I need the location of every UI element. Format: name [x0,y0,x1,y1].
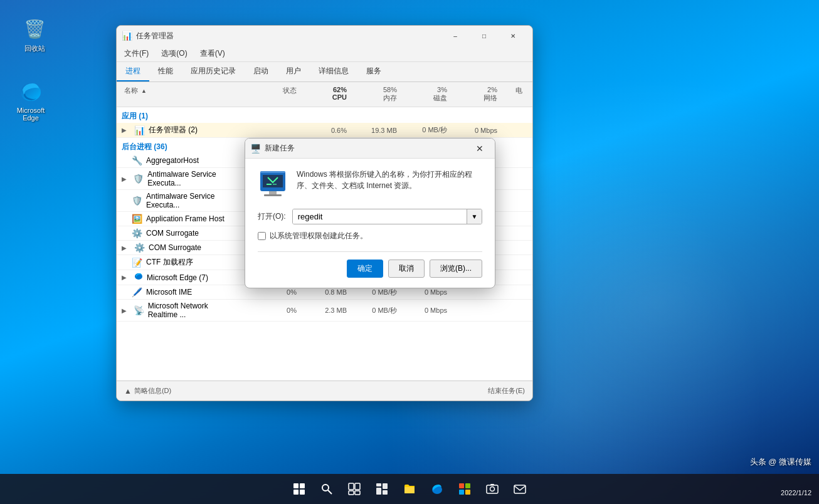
dialog-info-text: Windows 将根据你所键入的名称，为你打开相应的程序、文件夹、文档或 Int… [297,169,482,199]
svg-rect-3 [260,171,285,173]
dialog-title-icon: 🖥️ [250,144,261,154]
dialog-app-icon [258,169,288,199]
dropdown-button[interactable]: ▼ [467,209,482,224]
open-label: 打开(O): [258,211,286,222]
ok-button[interactable]: 确定 [347,260,383,278]
open-input[interactable] [293,209,467,224]
admin-checkbox-label: 以系统管理权限创建此任务。 [270,231,367,241]
svg-rect-8 [273,184,277,185]
open-field-row: 打开(O): ▼ [258,209,482,224]
dialog-titlebar: 🖥️ 新建任务 ✕ [245,139,495,159]
dialog-buttons: 确定 取消 浏览(B)... [258,260,482,278]
newtask-dialog: 🖥️ 新建任务 ✕ [245,138,495,288]
svg-rect-4 [269,191,277,194]
dialog-separator [258,251,482,252]
dialog-title-text: 新建任务 [265,143,470,154]
browse-button[interactable]: 浏览(B)... [430,260,482,278]
admin-checkbox-row: 以系统管理权限创建此任务。 [258,231,482,241]
svg-rect-6 [263,175,283,187]
svg-rect-7 [267,184,272,185]
cancel-button[interactable]: 取消 [388,260,425,278]
dialog-close-button[interactable]: ✕ [470,140,490,157]
dialog-body: Windows 将根据你所键入的名称，为你打开相应的程序、文件夹、文档或 Int… [245,159,495,288]
svg-rect-5 [264,194,282,196]
admin-checkbox[interactable] [258,232,266,240]
dialog-overlay: 🖥️ 新建任务 ✕ [0,0,819,504]
input-wrap: ▼ [292,209,482,224]
dialog-info-section: Windows 将根据你所键入的名称，为你打开相应的程序、文件夹、文档或 Int… [258,169,482,199]
